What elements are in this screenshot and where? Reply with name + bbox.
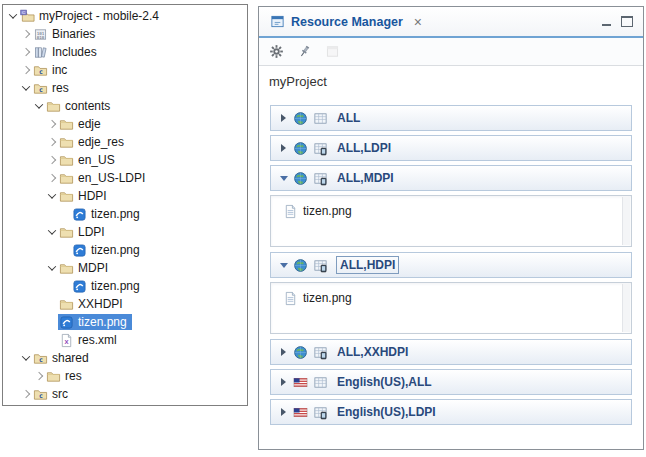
tree-item-res-xml[interactable]: Xres.xml	[3, 331, 247, 349]
new-view-icon[interactable]	[322, 42, 342, 62]
svg-text:c: c	[38, 68, 42, 76]
group-collapse-arrow-icon[interactable]	[276, 263, 291, 268]
svg-text:010: 010	[36, 34, 44, 39]
resource-manager-window: Resource Manager × myProject ALLALL,LDPI…	[258, 6, 644, 450]
tree-item-edje-res[interactable]: edje_res	[3, 133, 247, 151]
tree-expand-chevron-icon[interactable]	[45, 175, 58, 181]
tree-collapse-chevron-icon[interactable]	[6, 13, 19, 19]
group-expand-arrow-icon[interactable]	[276, 378, 291, 386]
folder-icon	[58, 296, 74, 312]
tree-item-tizen-png[interactable]: tizen.png	[3, 205, 247, 223]
tree-expand-chevron-icon[interactable]	[19, 391, 32, 397]
tree-item-shared[interactable]: cshared	[3, 349, 247, 367]
tree-expand-chevron-icon[interactable]	[19, 67, 32, 73]
tree-item-mdpi[interactable]: MDPI	[3, 259, 247, 277]
resource-item-label: tizen.png	[303, 204, 352, 218]
tree-item-label: shared	[48, 350, 94, 366]
folder-icon	[58, 224, 74, 240]
config-group-all-ldpi[interactable]: ALL,LDPI	[270, 135, 632, 161]
tree-expand-chevron-icon[interactable]	[45, 157, 58, 163]
svg-text:c: c	[38, 392, 42, 400]
tree-expand-chevron-icon[interactable]	[19, 49, 32, 55]
tab-resource-manager[interactable]: Resource Manager ×	[259, 7, 430, 36]
group-icons	[292, 257, 328, 273]
tree-item-res[interactable]: res	[3, 367, 247, 385]
folder-icon	[58, 116, 74, 132]
group-expand-arrow-icon[interactable]	[276, 114, 291, 122]
group-expand-arrow-icon[interactable]	[276, 348, 291, 356]
tree-item-hdpi[interactable]: HDPI	[3, 187, 247, 205]
window-buttons	[602, 16, 643, 27]
group-icons	[292, 404, 328, 420]
group-label: ALL,MDPI	[337, 171, 394, 185]
group-expand-arrow-icon[interactable]	[276, 144, 291, 152]
tree-item-label: HDPI	[74, 188, 112, 204]
config-group-all-mdpi[interactable]: ALL,MDPI	[270, 165, 632, 191]
config-group-english-us-all[interactable]: English(US),ALL	[270, 369, 632, 395]
tree-item-label: src	[48, 386, 73, 402]
globe-icon	[292, 110, 308, 126]
folder-icon	[45, 368, 61, 384]
tree-item-label: res.xml	[74, 332, 122, 348]
tree-collapse-chevron-icon[interactable]	[45, 193, 58, 199]
tree-item-tizen-png[interactable]: tizen.png	[3, 241, 247, 259]
tree-item-ldpi[interactable]: LDPI	[3, 223, 247, 241]
image-icon	[71, 278, 87, 294]
tree-collapse-chevron-icon[interactable]	[32, 103, 45, 109]
group-icons	[292, 110, 328, 126]
resource-item-tizen-png[interactable]: tizen.png	[282, 290, 352, 306]
content-scrollbar[interactable]	[622, 197, 630, 245]
svg-text:C: C	[22, 10, 25, 15]
config-group-all-xxhdpi[interactable]: ALL,XXHDPI	[270, 339, 632, 365]
tree-item-en-us-ldpi[interactable]: en_US-LDPI	[3, 169, 247, 187]
image-icon	[71, 206, 87, 222]
config-group-all[interactable]: ALL	[270, 105, 632, 131]
tree-item-xxhdpi[interactable]: XXHDPI	[3, 295, 247, 313]
tree-item-label: inc	[48, 62, 72, 78]
globe-icon	[292, 170, 308, 186]
maximize-icon[interactable]	[621, 16, 633, 27]
tree-item-myproject-mobile-2-4[interactable]: CmyProject - mobile-2.4	[3, 7, 247, 25]
tree-item-src[interactable]: csrc	[3, 385, 247, 403]
tree-collapse-chevron-icon[interactable]	[19, 85, 32, 91]
tree-item-label: Includes	[48, 44, 102, 60]
pin-icon[interactable]	[294, 42, 314, 62]
grid-device-icon	[312, 344, 328, 360]
tree-item-binaries[interactable]: 101010Binaries	[3, 25, 247, 43]
tree-collapse-chevron-icon[interactable]	[45, 229, 58, 235]
tree-item-contents[interactable]: contents	[3, 97, 247, 115]
tree-expand-chevron-icon[interactable]	[32, 373, 45, 379]
tree-item-tizen-png[interactable]: tizen.png	[3, 277, 247, 295]
group-icons	[292, 170, 328, 186]
tree-item-label: res	[61, 368, 87, 384]
tree-item-label: edje	[74, 116, 106, 132]
settings-icon[interactable]	[266, 42, 286, 62]
close-icon[interactable]: ×	[414, 15, 422, 29]
tree-item-edje[interactable]: edje	[3, 115, 247, 133]
group-expand-arrow-icon[interactable]	[276, 408, 291, 416]
tree-collapse-chevron-icon[interactable]	[19, 355, 32, 361]
resource-item-tizen-png[interactable]: tizen.png	[282, 203, 352, 219]
binaries-icon: 101010	[32, 26, 48, 42]
tree-item-includes[interactable]: Includes	[3, 43, 247, 61]
tree-expand-chevron-icon[interactable]	[19, 31, 32, 37]
tree-collapse-chevron-icon[interactable]	[45, 265, 58, 271]
project-icon: C	[19, 8, 35, 24]
tree-expand-chevron-icon[interactable]	[45, 121, 58, 127]
tree-item-res[interactable]: cres	[3, 79, 247, 97]
config-group-all-hdpi[interactable]: ALL,HDPI	[270, 252, 632, 278]
tree-item-en-us[interactable]: en_US	[3, 151, 247, 169]
group-label: ALL	[337, 111, 360, 125]
config-group-english-us-ldpi[interactable]: English(US),LDPI	[270, 399, 632, 425]
tree-item-tizen-png[interactable]: tizen.png	[3, 313, 247, 331]
tree-expand-chevron-icon[interactable]	[45, 139, 58, 145]
globe-icon	[292, 140, 308, 156]
c-folder-icon: c	[32, 386, 48, 402]
tree-item-label: myProject - mobile-2.4	[35, 8, 164, 24]
minimize-icon[interactable]	[602, 17, 611, 26]
tree-item-inc[interactable]: cinc	[3, 61, 247, 79]
group-collapse-arrow-icon[interactable]	[276, 176, 291, 181]
project-label: myProject	[259, 66, 643, 93]
content-scrollbar[interactable]	[622, 284, 630, 332]
tree-item-label: en_US-LDPI	[74, 170, 150, 186]
